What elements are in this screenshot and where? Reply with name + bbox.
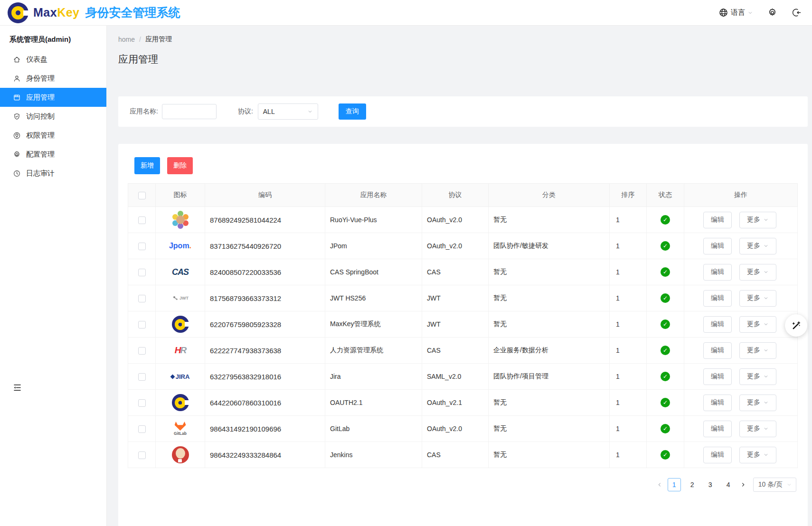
add-button[interactable]: 新增 — [134, 157, 160, 174]
edit-button[interactable]: 编辑 — [703, 421, 732, 437]
edit-button[interactable]: 编辑 — [703, 290, 732, 307]
app-code: 632279563832918016 — [205, 364, 325, 390]
page-size-select[interactable]: 10 条/页 — [753, 478, 796, 492]
settings-gear-button[interactable] — [767, 8, 777, 18]
sidebar-item-permissions[interactable]: 权限管理 — [0, 126, 106, 145]
prev-page-button[interactable] — [656, 481, 663, 488]
app-code: 837136275440926720 — [205, 233, 325, 259]
app-sort: 1 — [610, 233, 647, 259]
edit-button[interactable]: 编辑 — [703, 238, 732, 254]
more-button[interactable]: 更多 — [739, 238, 776, 254]
magic-wand-button[interactable] — [785, 314, 807, 337]
edit-button[interactable]: 编辑 — [703, 316, 732, 333]
more-button[interactable]: 更多 — [739, 290, 776, 307]
row-checkbox[interactable] — [138, 295, 146, 302]
app-name: JWT HS256 — [325, 285, 422, 311]
app-name: RuoYi-Vue-Plus — [325, 207, 422, 233]
page-number-4[interactable]: 4 — [722, 478, 735, 491]
shield-icon — [13, 113, 21, 121]
magic-wand-icon — [791, 320, 802, 331]
app-protocol: JWT — [422, 285, 489, 311]
select-all-checkbox[interactable] — [138, 192, 146, 199]
sidebar-item-access[interactable]: 访问控制 — [0, 107, 106, 126]
row-checkbox[interactable] — [138, 451, 146, 459]
page-number-1[interactable]: 1 — [668, 478, 681, 491]
edit-button[interactable]: 编辑 — [703, 264, 732, 281]
topbar-actions: 语言 — [718, 8, 802, 18]
row-checkbox[interactable] — [138, 321, 146, 329]
page-number-2[interactable]: 2 — [686, 478, 699, 491]
sidebar-item-config[interactable]: 配置管理 — [0, 145, 106, 164]
app-sort: 1 — [610, 364, 647, 390]
app-code: 986431492190109696 — [205, 416, 325, 442]
sidebar-nav: 仪表盘 身份管理 应用管理 访问控制 权限管理 配置管理 日志审计 — [0, 50, 106, 183]
row-checkbox[interactable] — [138, 347, 146, 355]
app-category: 暂无 — [489, 285, 610, 311]
chevron-down-icon — [763, 295, 769, 301]
page-title: 应用管理 — [118, 52, 808, 66]
pagination: 1234 10 条/页 — [128, 478, 796, 492]
row-checkbox[interactable] — [138, 373, 146, 381]
logout-button[interactable] — [792, 8, 802, 18]
app-icon-maxkey — [167, 313, 194, 336]
chevron-down-icon — [91, 113, 97, 119]
app-protocol: CAS — [422, 338, 489, 364]
app-icon-hr: HR — [167, 339, 194, 362]
protocol-label: 协议: — [238, 107, 253, 116]
more-button[interactable]: 更多 — [739, 421, 776, 437]
breadcrumb-separator: / — [139, 36, 141, 43]
app-name: GitLab — [325, 416, 422, 442]
row-checkbox[interactable] — [138, 243, 146, 250]
topbar: MaxKey 身份安全管理系统 语言 — [0, 0, 812, 26]
table-header-row: 图标编码应用名称协议分类排序状态操作 — [128, 184, 798, 207]
edit-button[interactable]: 编辑 — [703, 394, 732, 411]
more-button[interactable]: 更多 — [739, 394, 776, 411]
sidebar-collapse-button[interactable] — [12, 383, 22, 393]
more-button[interactable]: 更多 — [739, 342, 776, 359]
next-page-button[interactable] — [740, 481, 746, 488]
clock-icon — [13, 169, 21, 178]
delete-button[interactable]: 删除 — [167, 157, 193, 174]
row-checkbox[interactable] — [138, 425, 146, 433]
more-button[interactable]: 更多 — [739, 368, 776, 385]
row-checkbox[interactable] — [138, 216, 146, 224]
window-icon — [13, 94, 21, 102]
edit-button[interactable]: 编辑 — [703, 342, 732, 359]
app-category: 暂无 — [489, 259, 610, 285]
app-name: 人力资源管理系统 — [325, 338, 422, 364]
language-menu[interactable]: 语言 — [718, 8, 753, 18]
app-sort: 1 — [610, 442, 647, 468]
more-button[interactable]: 更多 — [739, 316, 776, 333]
app-name-input[interactable] — [162, 104, 217, 119]
row-checkbox[interactable] — [138, 269, 146, 276]
app-name: MaxKey管理系统 — [325, 311, 422, 338]
main-content: home / 应用管理 应用管理 应用名称: 协议: ALL 查询 新增 删除 — [107, 26, 812, 526]
sidebar: 系统管理员(admin) 仪表盘 身份管理 应用管理 访问控制 权限管理 配置管… — [0, 26, 107, 526]
more-button[interactable]: 更多 — [739, 264, 776, 281]
page-numbers: 1234 — [668, 478, 735, 491]
app-code: 817568793663373312 — [205, 285, 325, 311]
app-protocol: CAS — [422, 259, 489, 285]
row-checkbox[interactable] — [138, 399, 146, 407]
sidebar-item-audit[interactable]: 日志审计 — [0, 164, 106, 183]
app-category: 暂无 — [489, 416, 610, 442]
column-header: 排序 — [610, 184, 647, 207]
edit-button[interactable]: 编辑 — [703, 212, 732, 228]
status-enabled-icon — [661, 319, 670, 329]
sidebar-item-identity[interactable]: 身份管理 — [0, 69, 106, 88]
apps-table: 图标编码应用名称协议分类排序状态操作 876892492581044224 Ru… — [128, 183, 798, 468]
more-button[interactable]: 更多 — [739, 212, 776, 228]
app-category: 暂无 — [489, 207, 610, 233]
status-enabled-icon — [661, 215, 670, 225]
app-protocol: SAML_v2.0 — [422, 364, 489, 390]
home-icon — [13, 56, 21, 64]
edit-button[interactable]: 编辑 — [703, 368, 732, 385]
edit-button[interactable]: 编辑 — [703, 447, 732, 463]
breadcrumb-home[interactable]: home — [118, 36, 135, 43]
more-button[interactable]: 更多 — [739, 447, 776, 463]
page-number-3[interactable]: 3 — [704, 478, 717, 491]
search-button[interactable]: 查询 — [339, 103, 366, 120]
sidebar-item-dashboard[interactable]: 仪表盘 — [0, 50, 106, 69]
sidebar-item-apps[interactable]: 应用管理 — [0, 88, 106, 107]
protocol-select[interactable]: ALL — [258, 103, 318, 120]
